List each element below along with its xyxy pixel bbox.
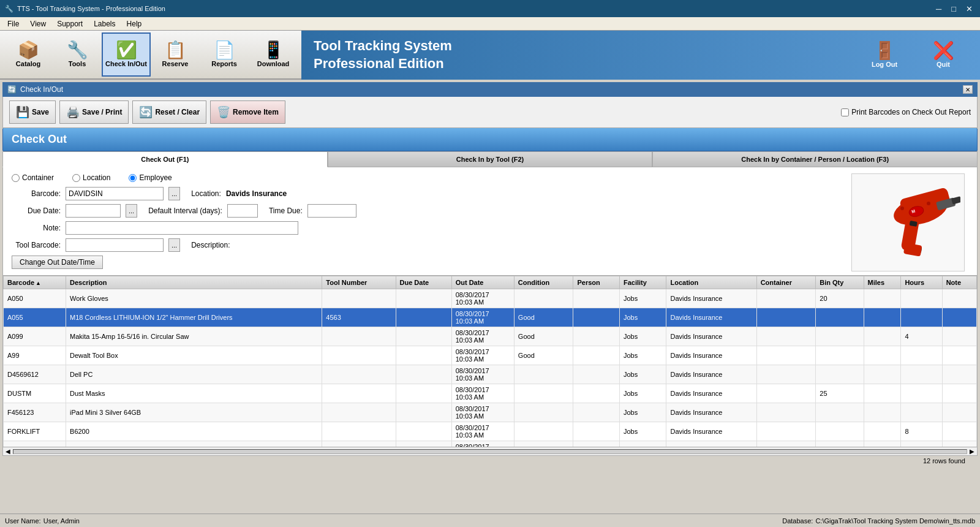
user-name-label: User Name: bbox=[5, 517, 41, 525]
col-hours[interactable]: Hours bbox=[901, 276, 942, 289]
toolbar-reserve-button[interactable]: 📋 Reserve bbox=[151, 32, 200, 77]
col-barcode[interactable]: Barcode▲ bbox=[4, 276, 66, 289]
menu-support[interactable]: Support bbox=[52, 18, 88, 29]
col-due-date[interactable]: Due Date bbox=[396, 276, 451, 289]
cell-note bbox=[942, 308, 976, 327]
app-header-title-line2: Professional Edition bbox=[314, 55, 452, 73]
save-print-button[interactable]: 🖨️ Save / Print bbox=[59, 100, 129, 124]
radio-location-label[interactable]: Location bbox=[72, 173, 110, 182]
cell-location: Davids Insurance bbox=[666, 384, 756, 403]
cell-hours bbox=[901, 365, 942, 384]
col-out-date[interactable]: Out Date bbox=[451, 276, 514, 289]
radio-container[interactable] bbox=[12, 174, 20, 182]
toolbar-tools-button[interactable]: 🔧 Tools bbox=[53, 32, 102, 77]
cell-facility: Jobs bbox=[620, 365, 666, 384]
barcode-input[interactable] bbox=[66, 187, 164, 200]
col-facility[interactable]: Facility bbox=[620, 276, 666, 289]
toolbar-reports-button[interactable]: 📄 Reports bbox=[200, 32, 249, 77]
horizontal-scrollbar[interactable] bbox=[13, 449, 967, 454]
col-bin-qty[interactable]: Bin Qty bbox=[816, 276, 864, 289]
window-close-btn[interactable]: ✕ bbox=[963, 85, 973, 94]
radio-container-label[interactable]: Container bbox=[12, 173, 54, 182]
table-row[interactable]: A99Dewalt Tool Box08/30/2017 10:03 AMGoo… bbox=[4, 346, 977, 365]
default-interval-input[interactable] bbox=[227, 204, 258, 218]
scroll-right-btn[interactable]: ▶ bbox=[970, 448, 974, 455]
col-tool-number[interactable]: Tool Number bbox=[322, 276, 396, 289]
tab-checkout-label: Check Out (F1) bbox=[141, 156, 189, 163]
due-date-input[interactable] bbox=[66, 204, 121, 218]
maximize-btn[interactable]: □ bbox=[949, 4, 959, 13]
col-location[interactable]: Location bbox=[666, 276, 756, 289]
due-date-browse-button[interactable]: ... bbox=[126, 204, 137, 218]
tab-checkin-container[interactable]: Check In by Container / Person / Locatio… bbox=[652, 151, 978, 167]
minimize-btn[interactable]: ─ bbox=[933, 4, 944, 13]
save-button[interactable]: 💾 Save bbox=[9, 100, 56, 124]
cell-bin_qty bbox=[816, 422, 864, 441]
cell-location: Davids Insurance bbox=[666, 346, 756, 365]
svg-point-10 bbox=[900, 207, 904, 210]
col-description[interactable]: Description bbox=[66, 276, 322, 289]
window-control-buttons[interactable]: ✕ bbox=[963, 85, 973, 94]
col-miles[interactable]: Miles bbox=[864, 276, 901, 289]
cell-note bbox=[942, 441, 976, 448]
cell-note bbox=[942, 422, 976, 441]
download-label: Download bbox=[257, 60, 290, 67]
cell-container bbox=[756, 403, 816, 422]
cell-due_date bbox=[396, 441, 451, 448]
radio-employee-label[interactable]: Employee bbox=[129, 173, 172, 182]
table-row[interactable]: F456123iPad Mini 3 Silver 64GB08/30/2017… bbox=[4, 403, 977, 422]
remove-icon: 🗑️ bbox=[217, 105, 230, 119]
location-label-static: Location: bbox=[191, 189, 221, 198]
menu-help[interactable]: Help bbox=[122, 18, 147, 29]
col-condition[interactable]: Condition bbox=[514, 276, 573, 289]
table-row[interactable]: T00001Milwaukee 1-2in Magnum Drill 0-850… bbox=[4, 441, 977, 448]
reset-clear-button[interactable]: 🔄 Reset / Clear bbox=[132, 100, 206, 124]
cell-location: Davids Insurance bbox=[666, 365, 756, 384]
tab-checkin-tool[interactable]: Check In by Tool (F2) bbox=[328, 151, 653, 167]
barcode-browse-button[interactable]: ... bbox=[168, 187, 180, 200]
time-due-input[interactable] bbox=[307, 204, 356, 218]
reset-icon: 🔄 bbox=[139, 105, 153, 119]
remove-item-button[interactable]: 🗑️ Remove Item bbox=[210, 100, 285, 124]
toolbar-catalog-button[interactable]: 📦 Catalog bbox=[4, 32, 53, 77]
menu-view[interactable]: View bbox=[25, 18, 51, 29]
col-person[interactable]: Person bbox=[573, 276, 620, 289]
tool-barcode-browse-button[interactable]: ... bbox=[168, 238, 180, 252]
radio-location[interactable] bbox=[72, 174, 80, 182]
tabs-row: Check Out (F1) Check In by Tool (F2) Che… bbox=[2, 151, 978, 167]
scroll-bar-area[interactable]: ◀ ▶ bbox=[2, 447, 978, 456]
toolbar-download-button[interactable]: 📱 Download bbox=[249, 32, 298, 77]
cell-person bbox=[573, 308, 620, 327]
cell-hours bbox=[901, 346, 942, 365]
window-controls[interactable]: ─ □ ✕ bbox=[933, 4, 975, 13]
note-input[interactable] bbox=[66, 221, 298, 235]
cell-description: B6200 bbox=[66, 422, 322, 441]
col-container[interactable]: Container bbox=[756, 276, 816, 289]
col-note[interactable]: Note bbox=[942, 276, 976, 289]
checkinout-window-bar: 🔄 Check In/Out ✕ bbox=[2, 82, 978, 97]
close-btn[interactable]: ✕ bbox=[963, 4, 975, 13]
radio-employee[interactable] bbox=[129, 174, 137, 182]
cell-note bbox=[942, 403, 976, 422]
table-row[interactable]: DUSTMDust Masks08/30/2017 10:03 AMJobsDa… bbox=[4, 384, 977, 403]
logout-button[interactable]: 🚪 Log Out bbox=[860, 33, 909, 77]
table-header-row: Barcode▲ Description Tool Number Due Dat… bbox=[4, 276, 977, 289]
table-row[interactable]: D4569612Dell PC08/30/2017 10:03 AMJobsDa… bbox=[4, 365, 977, 384]
change-out-date-button[interactable]: Change Out Date/Time bbox=[12, 256, 103, 269]
table-row[interactable]: A050Work Gloves08/30/2017 10:03 AMJobsDa… bbox=[4, 289, 977, 308]
cell-due_date bbox=[396, 403, 451, 422]
table-row[interactable]: FORKLIFTB620008/30/2017 10:03 AMJobsDavi… bbox=[4, 422, 977, 441]
tab-checkout[interactable]: Check Out (F1) bbox=[2, 151, 328, 167]
scroll-left-btn[interactable]: ◀ bbox=[6, 448, 10, 455]
menu-labels[interactable]: Labels bbox=[89, 18, 120, 29]
table-row[interactable]: A099Makita 15-Amp 16-5/16 in. Circular S… bbox=[4, 327, 977, 346]
catalog-icon: 📦 bbox=[18, 42, 39, 59]
print-barcodes-checkbox[interactable] bbox=[841, 108, 849, 116]
menu-file[interactable]: File bbox=[2, 18, 24, 29]
app-icon: 🔧 bbox=[5, 5, 13, 13]
toolbar-checkinout-button[interactable]: ✅ Check In/Out bbox=[102, 32, 151, 77]
tool-barcode-input[interactable] bbox=[66, 238, 164, 252]
table-row[interactable]: A055M18 Cordless LITHIUM-ION 1/2" Hammer… bbox=[4, 308, 977, 327]
quit-button[interactable]: ❌ Quit bbox=[919, 33, 968, 77]
cell-bin_qty bbox=[816, 327, 864, 346]
